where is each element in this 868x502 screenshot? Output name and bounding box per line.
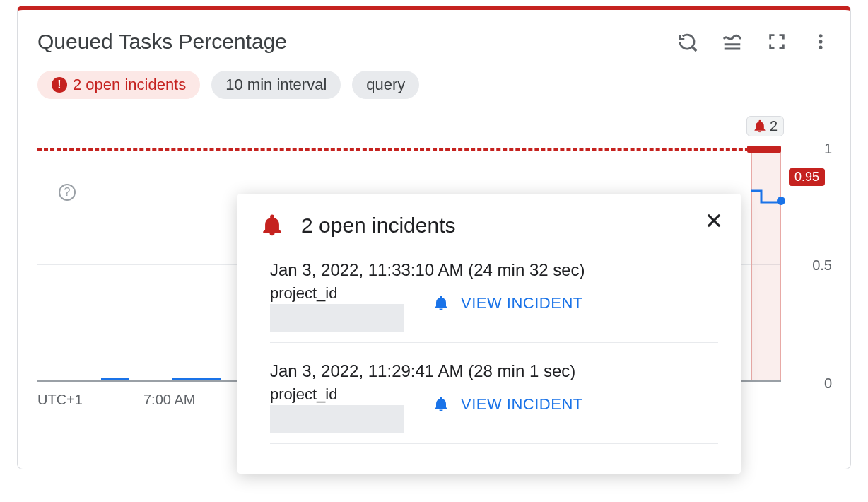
divider [270,342,718,343]
popover-title: 2 open incidents [301,214,456,238]
fullscreen-icon[interactable] [767,32,787,52]
chip-query-label: query [366,76,405,94]
view-incident-link[interactable]: VIEW INCIDENT [461,294,583,313]
refresh-icon[interactable] [676,31,698,52]
view-incident-link[interactable]: VIEW INCIDENT [461,395,583,414]
bell-icon [433,396,450,413]
popover-header: 2 open incidents [260,214,718,238]
y-tick: 0 [824,375,832,392]
incident-time: Jan 3, 2022, 11:33:10 AM (24 min 32 sec) [270,260,718,280]
chip-incidents-label: 2 open incidents [73,76,186,94]
series-line [172,378,221,380]
chip-incidents[interactable]: ! 2 open incidents [37,71,200,99]
card-header: Queued Tasks Percentage [37,30,831,54]
series-line [101,378,129,380]
incident-label: project_id [270,284,404,303]
bell-icon [433,295,450,312]
incident-time: Jan 3, 2022, 11:29:41 AM (28 min 1 sec) [270,361,718,381]
more-icon[interactable] [811,32,831,52]
legend-toggle-icon[interactable] [722,31,743,52]
y-tick: 0.5 [812,257,832,274]
timezone-label: UTC+1 [37,392,83,408]
incident-label: project_id [270,385,404,404]
svg-point-4 [819,40,822,43]
y-axis: 1 0.5 0 [790,120,832,396]
alert-count-badge[interactable]: 2 [746,116,784,136]
alert-count: 2 [770,118,778,134]
x-tick-mark [172,382,172,389]
chip-row: ! 2 open incidents 10 min interval query [37,71,831,99]
svg-point-3 [819,34,822,37]
divider [270,443,718,444]
redacted-value [270,304,404,332]
help-icon[interactable]: ? [59,184,76,201]
card-title: Queued Tasks Percentage [37,30,287,54]
current-datapoint[interactable] [777,197,785,205]
incidents-popover: 2 open incidents Jan 3, 2022, 11:33:10 A… [237,194,741,474]
svg-point-5 [819,46,822,49]
x-tick: 7:00 AM [143,392,195,408]
chip-query[interactable]: query [352,71,419,99]
error-icon: ! [52,77,67,93]
card-toolbar [676,31,831,52]
svg-line-0 [691,46,696,51]
incident-item: Jan 3, 2022, 11:29:41 AM (28 min 1 sec) … [260,356,718,433]
incident-item: Jan 3, 2022, 11:33:10 AM (24 min 32 sec)… [260,255,718,332]
chip-interval-label: 10 min interval [225,76,327,94]
bell-icon [753,119,767,134]
close-icon[interactable] [701,208,727,233]
redacted-value [270,405,404,433]
bell-icon [260,214,284,238]
chip-interval[interactable]: 10 min interval [211,71,341,99]
alert-band [751,148,781,380]
y-tick: 1 [824,141,832,157]
alert-band-top [747,146,781,153]
threshold-line [37,148,781,151]
